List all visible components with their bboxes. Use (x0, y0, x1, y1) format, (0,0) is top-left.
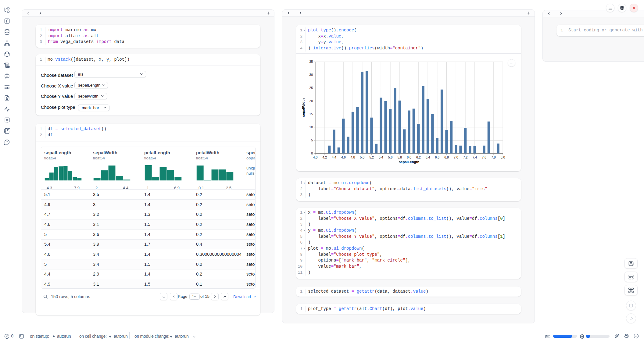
svg-text:6.2: 6.2 (416, 155, 421, 159)
svg-text:7.8: 7.8 (491, 155, 496, 159)
svg-text:4.2: 4.2 (322, 155, 327, 159)
svg-text:5.0: 5.0 (360, 155, 364, 159)
svg-text:7.0: 7.0 (454, 155, 458, 159)
svg-text:35: 35 (309, 60, 313, 63)
svg-text:4.4: 4.4 (332, 155, 336, 159)
svg-text:4.8: 4.8 (351, 155, 355, 159)
svg-text:4.6: 4.6 (341, 155, 346, 159)
svg-text:7.6: 7.6 (482, 155, 486, 159)
svg-text:5.8: 5.8 (397, 155, 402, 159)
svg-text:7.4: 7.4 (472, 155, 477, 159)
svg-text:7.2: 7.2 (463, 155, 468, 159)
svg-text:5: 5 (311, 138, 313, 142)
svg-text:15: 15 (309, 112, 313, 116)
svg-text:25: 25 (309, 86, 313, 90)
svg-text:5.4: 5.4 (379, 155, 383, 159)
svg-text:sepalLength: sepalLength (399, 160, 420, 164)
svg-text:6.6: 6.6 (435, 155, 439, 159)
svg-text:sepalWidth: sepalWidth (302, 98, 305, 117)
svg-text:6.0: 6.0 (407, 155, 411, 159)
svg-text:20: 20 (309, 99, 313, 103)
svg-text:4.0: 4.0 (313, 155, 318, 159)
svg-text:10: 10 (309, 125, 313, 129)
svg-text:30: 30 (309, 73, 313, 77)
svg-text:6.8: 6.8 (444, 155, 449, 159)
svg-text:5.2: 5.2 (369, 155, 374, 159)
svg-text:5.6: 5.6 (388, 155, 393, 159)
svg-text:0: 0 (311, 151, 313, 155)
svg-text:8.0: 8.0 (501, 155, 505, 159)
svg-text:6.4: 6.4 (426, 155, 430, 159)
